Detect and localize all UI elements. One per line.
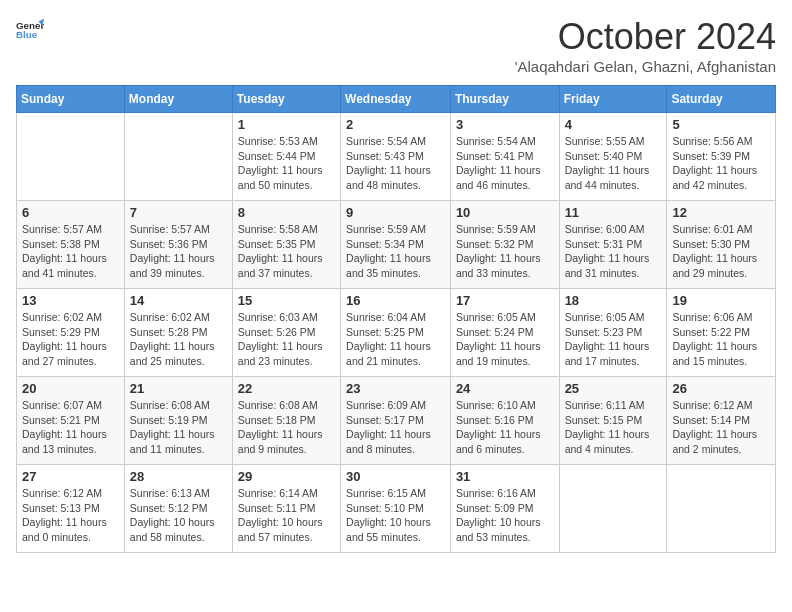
cell-detail: Sunrise: 6:05 AMSunset: 5:24 PMDaylight:…: [456, 310, 554, 369]
day-number: 11: [565, 205, 662, 220]
title-block: October 2024 'Alaqahdari Gelan, Ghazni, …: [515, 16, 776, 75]
calendar-cell: 10Sunrise: 5:59 AMSunset: 5:32 PMDayligh…: [450, 201, 559, 289]
cell-detail: Sunrise: 5:59 AMSunset: 5:32 PMDaylight:…: [456, 222, 554, 281]
cell-detail: Sunrise: 6:02 AMSunset: 5:29 PMDaylight:…: [22, 310, 119, 369]
day-number: 18: [565, 293, 662, 308]
calendar-cell: 16Sunrise: 6:04 AMSunset: 5:25 PMDayligh…: [341, 289, 451, 377]
calendar-cell: 20Sunrise: 6:07 AMSunset: 5:21 PMDayligh…: [17, 377, 125, 465]
week-row-5: 27Sunrise: 6:12 AMSunset: 5:13 PMDayligh…: [17, 465, 776, 553]
calendar-cell: 7Sunrise: 5:57 AMSunset: 5:36 PMDaylight…: [124, 201, 232, 289]
calendar-cell: 14Sunrise: 6:02 AMSunset: 5:28 PMDayligh…: [124, 289, 232, 377]
calendar-cell: 26Sunrise: 6:12 AMSunset: 5:14 PMDayligh…: [667, 377, 776, 465]
day-number: 14: [130, 293, 227, 308]
day-number: 8: [238, 205, 335, 220]
calendar-cell: 24Sunrise: 6:10 AMSunset: 5:16 PMDayligh…: [450, 377, 559, 465]
cell-detail: Sunrise: 6:15 AMSunset: 5:10 PMDaylight:…: [346, 486, 445, 545]
calendar-cell: 8Sunrise: 5:58 AMSunset: 5:35 PMDaylight…: [232, 201, 340, 289]
cell-detail: Sunrise: 5:55 AMSunset: 5:40 PMDaylight:…: [565, 134, 662, 193]
calendar-cell: [124, 113, 232, 201]
month-title: October 2024: [515, 16, 776, 58]
day-number: 7: [130, 205, 227, 220]
day-number: 1: [238, 117, 335, 132]
weekday-header-wednesday: Wednesday: [341, 86, 451, 113]
cell-detail: Sunrise: 6:11 AMSunset: 5:15 PMDaylight:…: [565, 398, 662, 457]
calendar-cell: 23Sunrise: 6:09 AMSunset: 5:17 PMDayligh…: [341, 377, 451, 465]
calendar-cell: 21Sunrise: 6:08 AMSunset: 5:19 PMDayligh…: [124, 377, 232, 465]
cell-detail: Sunrise: 5:54 AMSunset: 5:43 PMDaylight:…: [346, 134, 445, 193]
calendar-cell: 27Sunrise: 6:12 AMSunset: 5:13 PMDayligh…: [17, 465, 125, 553]
day-number: 26: [672, 381, 770, 396]
weekday-header-friday: Friday: [559, 86, 667, 113]
cell-detail: Sunrise: 6:05 AMSunset: 5:23 PMDaylight:…: [565, 310, 662, 369]
logo-icon: General Blue: [16, 16, 44, 44]
cell-detail: Sunrise: 6:10 AMSunset: 5:16 PMDaylight:…: [456, 398, 554, 457]
week-row-1: 1Sunrise: 5:53 AMSunset: 5:44 PMDaylight…: [17, 113, 776, 201]
calendar-cell: [559, 465, 667, 553]
cell-detail: Sunrise: 6:00 AMSunset: 5:31 PMDaylight:…: [565, 222, 662, 281]
calendar-cell: 22Sunrise: 6:08 AMSunset: 5:18 PMDayligh…: [232, 377, 340, 465]
logo: General Blue: [16, 16, 44, 44]
day-number: 5: [672, 117, 770, 132]
svg-text:Blue: Blue: [16, 29, 38, 40]
calendar-cell: 29Sunrise: 6:14 AMSunset: 5:11 PMDayligh…: [232, 465, 340, 553]
day-number: 21: [130, 381, 227, 396]
day-number: 3: [456, 117, 554, 132]
calendar-cell: 15Sunrise: 6:03 AMSunset: 5:26 PMDayligh…: [232, 289, 340, 377]
cell-detail: Sunrise: 6:01 AMSunset: 5:30 PMDaylight:…: [672, 222, 770, 281]
cell-detail: Sunrise: 6:08 AMSunset: 5:18 PMDaylight:…: [238, 398, 335, 457]
calendar-cell: 5Sunrise: 5:56 AMSunset: 5:39 PMDaylight…: [667, 113, 776, 201]
calendar-cell: [17, 113, 125, 201]
day-number: 4: [565, 117, 662, 132]
weekday-header-sunday: Sunday: [17, 86, 125, 113]
cell-detail: Sunrise: 6:09 AMSunset: 5:17 PMDaylight:…: [346, 398, 445, 457]
day-number: 12: [672, 205, 770, 220]
day-number: 13: [22, 293, 119, 308]
day-number: 29: [238, 469, 335, 484]
day-number: 25: [565, 381, 662, 396]
cell-detail: Sunrise: 6:14 AMSunset: 5:11 PMDaylight:…: [238, 486, 335, 545]
calendar-cell: 11Sunrise: 6:00 AMSunset: 5:31 PMDayligh…: [559, 201, 667, 289]
week-row-2: 6Sunrise: 5:57 AMSunset: 5:38 PMDaylight…: [17, 201, 776, 289]
day-number: 20: [22, 381, 119, 396]
calendar-cell: 19Sunrise: 6:06 AMSunset: 5:22 PMDayligh…: [667, 289, 776, 377]
cell-detail: Sunrise: 5:56 AMSunset: 5:39 PMDaylight:…: [672, 134, 770, 193]
calendar-cell: 17Sunrise: 6:05 AMSunset: 5:24 PMDayligh…: [450, 289, 559, 377]
calendar-cell: 30Sunrise: 6:15 AMSunset: 5:10 PMDayligh…: [341, 465, 451, 553]
calendar-cell: 12Sunrise: 6:01 AMSunset: 5:30 PMDayligh…: [667, 201, 776, 289]
cell-detail: Sunrise: 6:02 AMSunset: 5:28 PMDaylight:…: [130, 310, 227, 369]
calendar-cell: 18Sunrise: 6:05 AMSunset: 5:23 PMDayligh…: [559, 289, 667, 377]
calendar-cell: 13Sunrise: 6:02 AMSunset: 5:29 PMDayligh…: [17, 289, 125, 377]
day-number: 6: [22, 205, 119, 220]
day-number: 17: [456, 293, 554, 308]
cell-detail: Sunrise: 6:16 AMSunset: 5:09 PMDaylight:…: [456, 486, 554, 545]
cell-detail: Sunrise: 5:54 AMSunset: 5:41 PMDaylight:…: [456, 134, 554, 193]
day-number: 23: [346, 381, 445, 396]
day-number: 19: [672, 293, 770, 308]
calendar-cell: 1Sunrise: 5:53 AMSunset: 5:44 PMDaylight…: [232, 113, 340, 201]
calendar-cell: 9Sunrise: 5:59 AMSunset: 5:34 PMDaylight…: [341, 201, 451, 289]
weekday-header-row: SundayMondayTuesdayWednesdayThursdayFrid…: [17, 86, 776, 113]
day-number: 24: [456, 381, 554, 396]
cell-detail: Sunrise: 5:59 AMSunset: 5:34 PMDaylight:…: [346, 222, 445, 281]
calendar-cell: 28Sunrise: 6:13 AMSunset: 5:12 PMDayligh…: [124, 465, 232, 553]
week-row-4: 20Sunrise: 6:07 AMSunset: 5:21 PMDayligh…: [17, 377, 776, 465]
calendar-cell: 6Sunrise: 5:57 AMSunset: 5:38 PMDaylight…: [17, 201, 125, 289]
day-number: 22: [238, 381, 335, 396]
calendar-cell: 25Sunrise: 6:11 AMSunset: 5:15 PMDayligh…: [559, 377, 667, 465]
cell-detail: Sunrise: 5:57 AMSunset: 5:38 PMDaylight:…: [22, 222, 119, 281]
day-number: 28: [130, 469, 227, 484]
day-number: 9: [346, 205, 445, 220]
cell-detail: Sunrise: 6:06 AMSunset: 5:22 PMDaylight:…: [672, 310, 770, 369]
cell-detail: Sunrise: 6:13 AMSunset: 5:12 PMDaylight:…: [130, 486, 227, 545]
weekday-header-monday: Monday: [124, 86, 232, 113]
day-number: 30: [346, 469, 445, 484]
cell-detail: Sunrise: 6:07 AMSunset: 5:21 PMDaylight:…: [22, 398, 119, 457]
weekday-header-saturday: Saturday: [667, 86, 776, 113]
day-number: 15: [238, 293, 335, 308]
calendar-cell: 4Sunrise: 5:55 AMSunset: 5:40 PMDaylight…: [559, 113, 667, 201]
cell-detail: Sunrise: 5:58 AMSunset: 5:35 PMDaylight:…: [238, 222, 335, 281]
cell-detail: Sunrise: 6:12 AMSunset: 5:13 PMDaylight:…: [22, 486, 119, 545]
week-row-3: 13Sunrise: 6:02 AMSunset: 5:29 PMDayligh…: [17, 289, 776, 377]
day-number: 16: [346, 293, 445, 308]
calendar-cell: [667, 465, 776, 553]
